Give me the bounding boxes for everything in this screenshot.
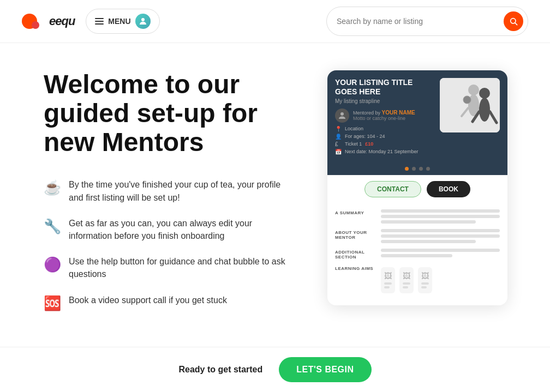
- logo-circles: [22, 11, 46, 31]
- summary-label: A SUMMARY: [335, 209, 374, 215]
- tea-icon: ☕: [44, 179, 61, 196]
- feature-text-4: Book a video support call if you get stu…: [69, 294, 227, 306]
- header: eequ MENU: [0, 0, 550, 43]
- mentor-info: Mentored by YOUR NAME Motto or catchy on…: [353, 110, 415, 121]
- search-icon: [509, 17, 518, 26]
- ticket-text: Ticket 1: [345, 141, 362, 147]
- svg-point-5: [468, 85, 479, 95]
- feature-item-1: ☕ By the time you've finished your cup o…: [44, 178, 295, 203]
- ticket-icon: £: [335, 141, 342, 147]
- svg-point-13: [463, 96, 471, 104]
- main-content: Welcome to our guided set-up for new Men…: [0, 43, 550, 334]
- search-bar: [326, 7, 528, 36]
- card-header-info: YOUR LISTING TITLEGOES HERE My listing s…: [335, 78, 433, 155]
- hero-title: Welcome to our guided set-up for new Men…: [44, 70, 295, 156]
- ages-row: 👤 For ages: 104 - 24: [335, 134, 433, 140]
- feature-text-3: Use the help button for guidance and cha…: [69, 255, 295, 280]
- sports-svg: [440, 78, 500, 132]
- header-left: eequ MENU: [22, 9, 160, 34]
- learning-aims-label: LEARNING AIMS: [335, 265, 374, 271]
- logo-circle-small: [32, 21, 39, 29]
- dot-1: [405, 167, 409, 171]
- about-mentor-lines: [381, 229, 500, 243]
- footer: Ready to get started LET'S BEGIN: [0, 347, 550, 392]
- dot-2: [412, 167, 416, 171]
- card-image: [440, 78, 500, 132]
- feature-text-2: Get as far as you can, you can always ed…: [69, 217, 295, 242]
- location-row: 📍 Location: [335, 126, 433, 132]
- listing-preview-card: YOUR LISTING TITLEGOES HERE My listing s…: [327, 70, 507, 305]
- card-dots: [327, 162, 507, 175]
- begin-button[interactable]: LET'S BEGIN: [279, 357, 371, 382]
- additional-label: ADDITIONAL SECTION: [335, 249, 374, 260]
- dot-3: [419, 167, 423, 171]
- aim-thumb-3: 🖼: [418, 267, 432, 293]
- card-body: A SUMMARY ABOUT YOUR MENTOR: [327, 203, 507, 305]
- mentor-motto: Motto or catchy one-line: [353, 116, 415, 121]
- person-icon: [337, 111, 347, 120]
- aim-thumb-2: 🖼: [399, 267, 414, 293]
- card-cta-row: CONTACT BOOK: [327, 175, 507, 203]
- contact-button[interactable]: CONTACT: [364, 181, 421, 197]
- location-icon: 📍: [335, 126, 342, 132]
- aim-icon-1: 🖼: [384, 272, 392, 280]
- date-row: 📅 Next date: Monday 21 September: [335, 149, 433, 155]
- logo[interactable]: eequ: [22, 11, 75, 31]
- dot-4: [426, 167, 430, 171]
- summary-lines: [381, 209, 500, 224]
- preview-panel: YOUR LISTING TITLEGOES HERE My listing s…: [327, 70, 507, 305]
- footer-ready-text: Ready to get started: [178, 365, 262, 375]
- ticket-row: £ Ticket 1 £10: [335, 141, 433, 147]
- ages-icon: 👤: [335, 134, 342, 140]
- help-icon: 🟣: [44, 256, 61, 273]
- left-panel: Welcome to our guided set-up for new Men…: [44, 70, 295, 312]
- svg-point-3: [340, 112, 344, 116]
- ticket-price: £10: [365, 141, 373, 147]
- sos-icon: 🆘: [44, 295, 61, 312]
- additional-section: ADDITIONAL SECTION: [335, 249, 500, 260]
- aim-thumb-1: 🖼: [381, 267, 395, 293]
- card-listing-title: YOUR LISTING TITLEGOES HERE: [335, 78, 433, 97]
- card-mentor-row: Mentored by YOUR NAME Motto or catchy on…: [335, 108, 433, 123]
- svg-line-2: [515, 23, 517, 25]
- card-details: 📍 Location 👤 For ages: 104 - 24 £ Ticket…: [335, 126, 433, 155]
- hamburger-icon: [95, 18, 104, 25]
- mentor-avatar: [335, 108, 349, 123]
- feature-item-4: 🆘 Book a video support call if you get s…: [44, 294, 295, 312]
- search-input[interactable]: [337, 17, 498, 26]
- menu-label: MENU: [108, 17, 130, 26]
- ages-text: For ages: 104 - 24: [345, 134, 385, 139]
- card-dark-header: YOUR LISTING TITLEGOES HERE My listing s…: [327, 70, 507, 162]
- about-mentor-section: ABOUT YOUR MENTOR: [335, 229, 500, 243]
- svg-point-10: [479, 98, 490, 122]
- tools-icon: 🔧: [44, 218, 61, 235]
- feature-item-2: 🔧 Get as far as you can, you can always …: [44, 217, 295, 242]
- calendar-icon: 📅: [335, 149, 342, 155]
- svg-point-9: [479, 88, 490, 99]
- card-strapline: My listing strapline: [335, 98, 433, 104]
- aim-icon-3: 🖼: [421, 272, 429, 280]
- additional-lines: [381, 249, 500, 257]
- book-button[interactable]: BOOK: [427, 181, 470, 197]
- summary-section: A SUMMARY: [335, 209, 500, 224]
- features-list: ☕ By the time you've finished your cup o…: [44, 178, 295, 311]
- learning-aims-thumbs: 🖼 🖼: [381, 267, 432, 293]
- menu-button[interactable]: MENU: [86, 9, 159, 34]
- mentored-by-label: Mentored by YOUR NAME: [353, 110, 415, 116]
- feature-item-3: 🟣 Use the help button for guidance and c…: [44, 255, 295, 280]
- mentor-name: YOUR NAME: [382, 110, 415, 116]
- svg-point-0: [141, 18, 145, 21]
- user-avatar: [135, 14, 151, 29]
- aim-icon-2: 🖼: [403, 272, 410, 280]
- feature-text-1: By the time you've finished your cup of …: [69, 178, 295, 203]
- learning-aims-section: LEARNING AIMS 🖼 🖼: [335, 265, 500, 293]
- next-date-text: Next date: Monday 21 September: [345, 149, 419, 154]
- location-text: Location: [345, 126, 363, 131]
- about-mentor-label: ABOUT YOUR MENTOR: [335, 229, 374, 240]
- logo-text: eequ: [49, 14, 75, 28]
- search-button[interactable]: [504, 11, 523, 31]
